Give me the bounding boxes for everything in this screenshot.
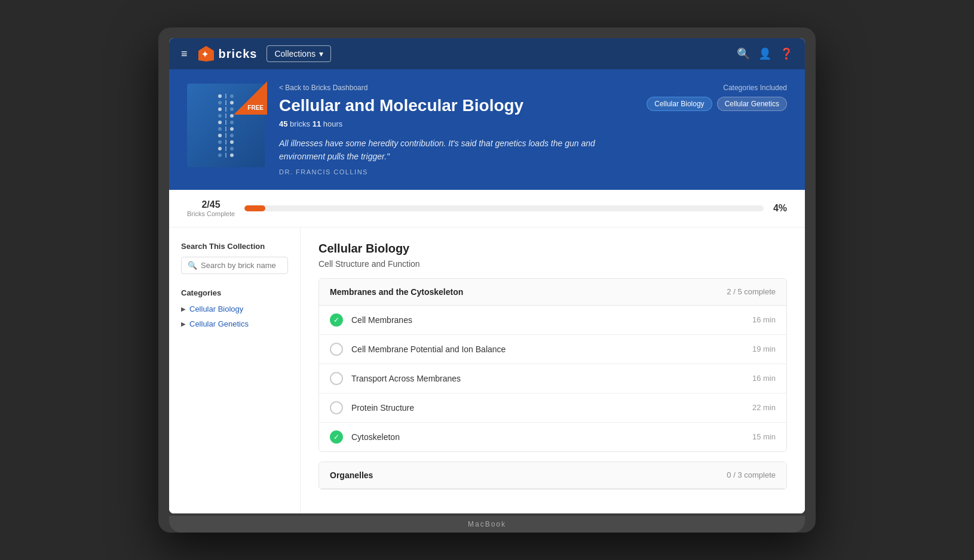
sidebar: Search This Collection 🔍 Categories ▶ Ce… <box>169 227 301 513</box>
brick-group-membranes: Membranes and the Cytoskeleton 2 / 5 com… <box>318 278 787 452</box>
search-icon: 🔍 <box>188 261 197 270</box>
search-icon[interactable]: 🔍 <box>737 47 750 60</box>
content-area: Cellular Biology Cell Structure and Func… <box>301 227 805 513</box>
dna-visual <box>218 94 234 158</box>
logo-text: bricks <box>219 47 258 61</box>
bricks-count: 45 <box>279 119 287 128</box>
sidebar-search-box[interactable]: 🔍 <box>181 257 288 274</box>
sidebar-search-label: Search This Collection <box>181 242 288 251</box>
brick-group-header-organelles: Organelles 0 / 3 complete <box>319 462 786 489</box>
hero-section: FREE < Back to Bricks Dashboard Cellular… <box>169 69 805 189</box>
brick-item[interactable]: Cell Membrane Potential and Ion Balance … <box>319 335 786 364</box>
chevron-down-icon: ▾ <box>319 49 323 59</box>
brick-item[interactable]: Protein Structure 22 min <box>319 393 786 423</box>
progress-fraction: 2/45 <box>187 199 235 210</box>
brick-duration: 16 min <box>752 374 776 383</box>
incomplete-icon <box>330 372 343 385</box>
sidebar-item-cellular-biology[interactable]: ▶ Cellular Biology <box>181 304 288 313</box>
subsection-title: Cell Structure and Function <box>318 259 787 269</box>
hours-count: 11 <box>313 119 321 128</box>
progress-label: Bricks Complete <box>187 210 235 217</box>
arrow-icon: ▶ <box>181 321 186 327</box>
hero-image-container: FREE <box>187 84 265 167</box>
search-input[interactable] <box>201 261 281 270</box>
brick-name: Cell Membranes <box>351 315 752 325</box>
brick-duration: 22 min <box>752 403 776 412</box>
sidebar-category-label: Cellular Biology <box>189 304 243 313</box>
progress-percent: 4% <box>773 203 787 214</box>
incomplete-icon <box>330 343 343 356</box>
brick-item[interactable]: ✓ Cytoskeleton 15 min <box>319 423 786 451</box>
sidebar-item-cellular-genetics[interactable]: ▶ Cellular Genetics <box>181 319 288 328</box>
main-content: Search This Collection 🔍 Categories ▶ Ce… <box>169 227 805 513</box>
incomplete-icon <box>330 401 343 414</box>
category-tag-cellular-genetics[interactable]: Cellular Genetics <box>717 97 787 111</box>
brick-item[interactable]: ✓ Cell Membranes 16 min <box>319 306 786 335</box>
logo-icon: ✦ <box>197 45 215 63</box>
category-tag-cellular-biology[interactable]: Cellular Biology <box>647 97 712 111</box>
brick-name: Transport Across Membranes <box>351 374 752 383</box>
brick-name: Protein Structure <box>351 403 752 413</box>
hamburger-icon[interactable]: ≡ <box>181 48 188 60</box>
logo[interactable]: ✦ bricks <box>197 45 258 63</box>
progress-stats: 2/45 Bricks Complete <box>187 199 235 217</box>
hero-quote: All illnesses have some heredity contrib… <box>279 137 638 164</box>
collections-button[interactable]: Collections ▾ <box>267 45 330 62</box>
hero-categories: Categories Included Cellular Biology Cel… <box>647 84 787 111</box>
brick-name: Cytoskeleton <box>351 432 752 442</box>
progress-bar-fill <box>244 205 265 211</box>
section-title: Cellular Biology <box>318 242 787 256</box>
brick-group-header: Membranes and the Cytoskeleton 2 / 5 com… <box>319 279 786 306</box>
navbar: ≡ ✦ bricks Collections ▾ 🔍 👤 ❓ <box>169 38 805 69</box>
sidebar-category-label: Cellular Genetics <box>189 319 249 328</box>
brick-item[interactable]: Transport Across Membranes 16 min <box>319 364 786 393</box>
brick-group-progress: 2 / 5 complete <box>727 287 776 296</box>
brick-name: Cell Membrane Potential and Ion Balance <box>351 344 752 354</box>
brick-group-name: Membranes and the Cytoskeleton <box>330 287 463 297</box>
category-tags: Cellular Biology Cellular Genetics <box>647 97 787 111</box>
help-icon[interactable]: ❓ <box>780 47 793 60</box>
brick-group-name-organelles: Organelles <box>330 470 373 480</box>
complete-icon: ✓ <box>330 313 343 327</box>
hero-meta: 45 bricks 11 hours <box>279 119 787 128</box>
progress-section: 2/45 Bricks Complete 4% <box>169 190 805 227</box>
hero-author: DR. FRANCIS COLLINS <box>279 168 787 176</box>
progress-bar-container <box>244 205 764 211</box>
user-icon[interactable]: 👤 <box>758 47 771 60</box>
arrow-icon: ▶ <box>181 306 186 312</box>
complete-icon: ✓ <box>330 430 343 444</box>
brick-group-organelles: Organelles 0 / 3 complete <box>318 461 787 490</box>
svg-text:✦: ✦ <box>201 50 209 59</box>
laptop-brand: MacBook <box>468 520 506 528</box>
brick-duration: 15 min <box>752 432 776 441</box>
brick-duration: 19 min <box>752 344 776 353</box>
nav-icons: 🔍 👤 ❓ <box>737 47 793 60</box>
bricks-label: bricks <box>290 119 313 128</box>
sidebar-categories-label: Categories <box>181 288 288 297</box>
categories-included-label: Categories Included <box>647 84 787 92</box>
brick-group-progress-organelles: 0 / 3 complete <box>727 470 776 479</box>
hours-label: hours <box>323 119 343 128</box>
collections-label: Collections <box>274 49 315 59</box>
brick-duration: 16 min <box>752 315 776 324</box>
